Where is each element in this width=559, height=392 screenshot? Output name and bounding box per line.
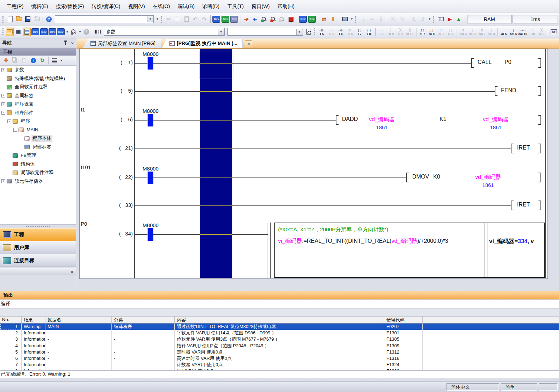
sort-icon[interactable] [50,56,59,65]
tree-item-局部标签[interactable]: 局部标签 [0,143,76,152]
pc-write-icon[interactable]: ⇩ [329,15,337,23]
menu-item-1[interactable]: 编辑(E) [27,1,52,12]
tree-item-结构体[interactable]: 结构体 [0,160,76,169]
operand-label[interactable]: vd_编码器 [473,116,518,123]
device-batch-monitor-icon[interactable] [287,15,295,23]
tree-expand-toggle[interactable]: + [1,179,5,183]
falling-pulse-button[interactable]: ↓caF5 [509,27,518,37]
invert-result-button[interactable]: ─∕─caF10 [518,27,528,37]
menu-item-9[interactable]: 窗口(W) [248,1,274,12]
simulation-start-icon[interactable]: ▶ [446,15,454,23]
save-project-icon[interactable] [24,15,32,23]
application-instruction-button[interactable]: { }F8 [364,27,374,37]
new-data-icon[interactable]: ✚ [2,56,10,65]
nav-splitter[interactable] [0,225,76,228]
tree-expand-toggle[interactable]: - [13,128,17,132]
write-to-plc-icon[interactable]: ➔ [242,15,251,23]
delete-horizontal-line-button[interactable]: ╳cF9 [396,27,405,37]
menu-item-4[interactable]: 视图(V) [124,1,148,12]
output-row[interactable]: 2Information--字软元件 VAR用 使用14点（范围 D986 - … [0,330,559,336]
find-target-combo[interactable]: 参数▼ [104,28,225,36]
menu-item-0[interactable]: 工程(P) [3,1,27,12]
output-row[interactable]: 1WarningMAIN编译程序通过函数'DINT_TO_REAL'复位M802… [0,324,559,330]
menu-item-7[interactable]: 诊断(D) [198,1,223,12]
device-init-icon[interactable]: Dev [49,28,56,36]
tree-expand-toggle[interactable]: - [7,119,11,123]
inline-st-icon[interactable]: ST [550,28,558,36]
nav-button-user-library[interactable]: 用户库 [0,241,76,254]
find-icon[interactable] [94,28,102,36]
nav-button-connection[interactable]: 连接目标 [0,254,76,267]
output-row[interactable]: 3Information--位软元件 VAR用 使用3点（范围 M7677 - … [0,336,559,342]
monitor-stop-icon[interactable] [269,15,277,23]
pulse-close-contact-button[interactable]: ↓↓sF8 [427,27,436,37]
tab-program-monitor[interactable]: [PRG]监视 执行中 MAIN (... [162,39,243,48]
device-comment-read-icon[interactable]: Dev [221,15,230,23]
output-row[interactable]: 7Information--计数器 VAR用 使用0点F1324 [0,362,559,368]
sfc-options-dropdown[interactable]: ▼ [427,15,432,23]
close-contact-button[interactable]: ⊣∕⊢F6 [336,27,346,37]
ladder-editor[interactable]: ( 1) M8000 CALL P0 ( 5) FEND I1 ( [79,49,548,279]
operand-label[interactable]: vd_编码器 [465,174,511,181]
pulse-ne-close-branch-button[interactable]: ⇓saF8 [487,27,496,37]
output-row[interactable]: 5Information--定时器 VAR用 使用0点F1312 [0,349,559,355]
tree-item-程序[interactable]: -程序 [0,117,76,126]
ladder-logic-test-icon[interactable] [437,15,445,23]
tree-item-参数[interactable]: +参数 [0,66,76,74]
nav-more-bar[interactable]: » [0,268,76,275]
tree-item-局部软元件注释[interactable]: 局部软元件注释 [0,168,76,177]
output-header[interactable]: 输出 [0,291,559,299]
tree-item-程序部件[interactable]: -程序部件 [0,109,76,117]
device-find-icon[interactable] [70,28,77,36]
monitor-start-icon[interactable] [260,15,268,23]
simulation-stop-icon[interactable]: ▲ [455,15,463,23]
st-code-line[interactable]: vi_编码器:=REAL_TO_INT((DINT_TO_REAL(vd_编码器… [278,238,483,245]
tree-item-FB管理[interactable]: FB管理 [0,151,76,160]
tree-item-全局软元件注释[interactable]: 全局软元件注释 [0,83,76,92]
instruction-fend[interactable]: FEND [501,87,516,94]
data-transfer-icon[interactable]: ⇄ [320,15,328,23]
window-selector-combo[interactable]: ▼ [55,15,154,23]
tree-expand-toggle[interactable]: + [1,68,5,72]
tree-item-特殊模块(智能功能模块)[interactable]: 特殊模块(智能功能模块) [0,74,76,83]
instruction-call[interactable]: CALL [478,59,492,65]
pulse-ne-open-branch-button[interactable]: ⇑saF7 [477,27,487,37]
chevron-down-icon[interactable]: ▼ [147,16,153,22]
device-comment-verify-icon[interactable]: Dev [230,15,239,23]
pulse-ne-close-contact-button[interactable]: ⇓saF6 [468,27,477,37]
pulse-close-branch-button[interactable]: ↓↓aF8 [446,27,455,37]
refresh-icon[interactable]: ↻ [38,56,46,65]
element-selection-icon[interactable] [14,28,22,36]
edit-cursor[interactable] [199,51,233,79]
menu-item-3[interactable]: 转换/编译(C) [88,1,124,12]
contact-m8000[interactable] [147,57,153,70]
open-project-icon[interactable] [15,15,23,23]
rising-pulse-button[interactable]: ↑aF5 [499,27,509,37]
online-options-dropdown[interactable]: ▼ [350,15,354,23]
new-project-icon[interactable] [6,15,14,23]
instruction-iret[interactable]: IRET [517,145,530,151]
watch-dropdown[interactable]: ▼ [65,28,69,36]
tree-item-软元件存储器[interactable]: +软元件存储器 [0,177,76,186]
menu-item-5[interactable]: 在线(O) [149,1,174,12]
output-row[interactable]: 6Information--高速定时器 VAR用 使用0点F1316 [0,355,559,362]
tree-expand-toggle[interactable]: + [1,102,5,106]
chevron-right-icon[interactable]: » [71,269,73,274]
operand[interactable]: K1 [440,116,447,122]
navigation-window-icon[interactable] [6,28,14,36]
tree-item-MAIN[interactable]: -MAIN [0,126,76,135]
branch-line-button[interactable]: └F10 [528,27,537,37]
chevron-down-icon[interactable]: ▼ [218,29,224,35]
device-find-dropdown[interactable]: ▼ [78,28,82,36]
tree-expand-toggle[interactable]: - [1,111,5,115]
pulse-open-branch-button[interactable]: ↑↑aF7 [436,27,446,37]
tree-item-程序本体[interactable]: 程序本体 [0,134,76,143]
help-icon[interactable]: ? [45,15,53,23]
find-in-page-icon[interactable] [305,28,312,36]
device-memory-icon[interactable]: Dev [40,28,48,36]
nav-button-project[interactable]: 工程 [0,228,76,241]
watch-window-icon[interactable]: Dev [57,28,65,36]
outline-window-icon[interactable] [23,28,31,36]
remote-operation-icon[interactable] [341,15,349,23]
instruction-dadd[interactable]: DADD [342,116,358,122]
